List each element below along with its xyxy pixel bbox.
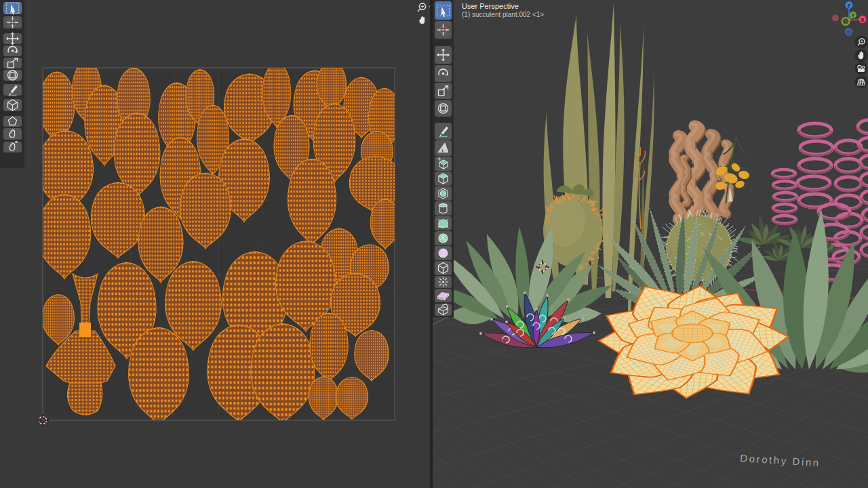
svg-text:(1) succulent plant.002 <1>: (1) succulent plant.002 <1> xyxy=(462,11,544,18)
svg-text:Z: Z xyxy=(848,3,851,9)
svg-text:Y: Y xyxy=(851,12,854,18)
svg-text:User Perspective: User Perspective xyxy=(462,2,519,10)
svg-text:X: X xyxy=(861,17,865,23)
